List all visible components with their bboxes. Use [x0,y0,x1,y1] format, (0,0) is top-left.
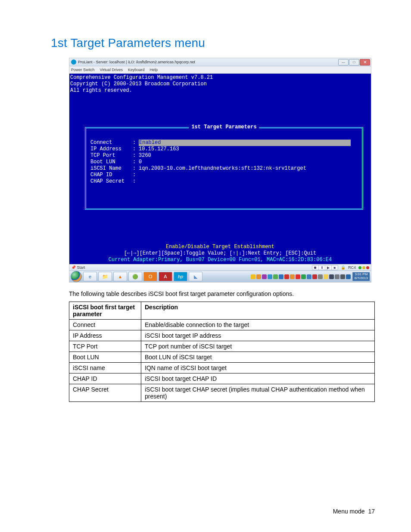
screenshot-figure: ProLiant - Server: localhost | iLO: ilos… [69,58,371,283]
field-label: Boot LUN [90,159,133,165]
window-menubar: Power Switch Virtual Drives Keyboard Hel… [69,66,371,74]
tray-icon[interactable] [296,274,300,279]
tray-icon[interactable] [335,274,339,279]
tray-icon[interactable] [290,274,295,279]
menu-virtual-drives[interactable]: Virtual Drives [100,68,123,72]
windows-taskbar: e 📁 ▲ 🟢 O A hp ◣ 3:01 PM [69,271,371,282]
tray-icon[interactable] [273,274,278,279]
field-connect[interactable]: Connect : Enabled [90,140,358,146]
field-value: 10.15.127.163 [139,146,179,152]
chrome-icon[interactable]: 🟢 [128,272,142,281]
field-label: iSCSI Name [90,165,133,172]
table-row: TCP Port TCP port number of iSCSI target [69,341,375,352]
tray-icon[interactable] [324,274,328,279]
window-buttons: — □ ✕ [338,59,370,65]
taskbar-clock[interactable]: 3:01 PM 8/7/2013 [352,272,370,281]
field-value: 0 [139,159,142,165]
field-value: iqn.2003-10.com.lefthandnetworks:sft:132… [139,165,306,172]
tray-icon[interactable] [284,274,289,279]
tray-icon[interactable] [268,274,272,279]
hp-app-icon[interactable]: hp [174,272,187,281]
tray-icon[interactable] [256,274,261,279]
field-tcp-port[interactable]: TCP Port : 3260 [90,152,358,159]
adobe-icon[interactable]: A [159,272,172,281]
start-orb-icon[interactable] [71,271,82,282]
maximize-button[interactable]: □ [349,59,359,65]
minimize-button[interactable]: — [338,59,349,65]
play-icon[interactable]: ▶ [325,265,332,270]
ie-icon[interactable]: e [83,272,97,281]
tray-icon[interactable] [301,274,306,279]
tray-icon[interactable] [279,274,283,279]
page-heading: 1st Target Parameters menu [51,36,375,50]
field-ip-address[interactable]: IP Address : 10.15.127.163 [90,146,358,152]
menu-power-switch[interactable]: Power Switch [71,68,95,72]
console-hint-3: Current Adapter:Primary, Bus=07 Device=0… [69,257,371,263]
hp-icon [71,59,76,65]
table-row: Connect Enable/disable connection to the… [69,320,375,330]
field-iscsi-name[interactable]: iSCSI Name : iqn.2003-10.com.lefthandnet… [90,165,358,172]
console-footer: Enable/Disable Target Establishment [←|→… [69,244,371,263]
field-label: IP Address [90,146,133,152]
console-header-3: All rights reserved. [70,87,370,94]
menu-help[interactable]: Help [149,68,158,72]
target-params-frame: 1st Target Parameters Connect : Enabled … [85,127,363,210]
window-titlebar: ProLiant - Server: localhost | iLO: ilos… [69,58,371,66]
table-row: Boot LUN Boot LUN of iSCSI target [69,352,375,363]
table-row: iSCSI name IQN name of iSCSI boot target [69,363,375,373]
console-hint-2: [←|→][Enter][Space]:Toggle Value; [↑|↓]:… [69,250,371,257]
table-row: CHAP ID iSCSI boot target CHAP ID [69,373,375,384]
figure-caption: The following table describes iSCSI boot… [69,290,375,297]
explorer-icon[interactable]: 📁 [98,272,112,281]
console-header-2: Copyright (C) 2000-2013 Broadcom Corpora… [70,81,370,87]
tray-icon[interactable] [346,274,351,279]
encryption-label: RC4 [348,265,356,270]
window-title: ProLiant - Server: localhost | iLO: ilos… [78,60,195,64]
console-hint-1: Enable/Disable Target Establishment [69,244,371,250]
close-button[interactable]: ✕ [360,59,370,65]
field-label: CHAP ID [90,172,133,178]
frame-title: 1st Target Parameters [189,124,259,131]
tray-icon[interactable] [340,274,345,279]
menu-keyboard[interactable]: Keyboard [128,68,145,72]
office-icon[interactable]: O [143,272,157,281]
field-boot-lun[interactable]: Boot LUN : 0 [90,159,358,165]
tray-icon[interactable] [262,274,267,279]
system-tray: 3:01 PM 8/7/2013 [251,272,370,281]
tray-icon[interactable] [307,274,311,279]
field-label: CHAP Secret [90,178,133,185]
record-icon[interactable]: ⏺ [312,265,319,270]
table-row: CHAP Secret iSCSI boot target CHAP secre… [69,384,375,402]
tray-icon[interactable] [318,274,323,279]
tray-icon[interactable] [251,274,255,279]
field-label: Connect [90,140,133,146]
vlc-icon[interactable]: ▲ [113,272,127,281]
field-value: 3260 [139,152,151,159]
lock-icon: 🔒 [341,265,346,270]
field-value: Enabled [139,140,351,146]
table-row: IP Address iSCSI boot target IP address [69,330,375,341]
bios-console: Comprehensive Configuration Management v… [69,74,371,264]
pause-icon[interactable]: ⏸ [319,265,325,270]
playback-controls[interactable]: ⏺ ⏸ ▶ ■ [312,265,338,270]
table-header: Description [141,302,375,320]
table-header: iSCSI boot first target parameter [69,302,141,320]
field-chap-id[interactable]: CHAP ID : [90,172,358,178]
status-dots [358,266,369,269]
tray-icon[interactable] [312,274,317,279]
tray-icon[interactable] [329,274,334,279]
ilo-statusbar: 📌 Start ⏺ ⏸ ▶ ■ 🔒 RC4 [69,264,371,271]
field-label: TCP Port [90,152,133,159]
console-header-1: Comprehensive Configuration Management v… [70,75,370,81]
stop-icon[interactable]: ■ [332,265,338,270]
start-label[interactable]: 📌 Start [71,265,85,270]
app-icon[interactable]: ◣ [189,272,202,281]
field-chap-secret[interactable]: CHAP Secret : [90,178,358,185]
parameters-table: iSCSI boot first target parameter Descri… [69,302,375,402]
